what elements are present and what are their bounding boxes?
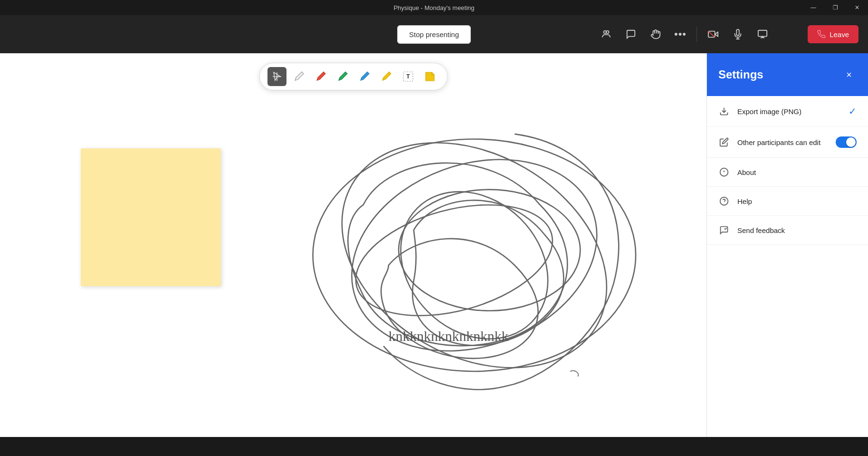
- export-icon: [718, 107, 730, 116]
- svg-point-1: [606, 31, 609, 34]
- white-pen-tool-button[interactable]: [289, 67, 308, 86]
- other-participants-toggle[interactable]: [836, 136, 857, 148]
- sticky-note-tool-button[interactable]: [420, 67, 439, 86]
- svg-text:T: T: [406, 73, 410, 80]
- select-tool-button[interactable]: [267, 67, 286, 86]
- window-title: Physique - Monday's meeting: [393, 4, 474, 11]
- canvas-area[interactable]: T: [0, 53, 706, 437]
- bottom-bar: [0, 437, 868, 456]
- other-participants-label: Other participants can edit: [737, 138, 828, 146]
- camera-icon-button[interactable]: [703, 24, 724, 45]
- settings-panel: Settings × Export image (PNG) ✓: [706, 53, 868, 437]
- minimize-button[interactable]: —: [802, 0, 824, 15]
- feedback-label: Send feedback: [737, 226, 857, 234]
- maximize-button[interactable]: ❐: [824, 0, 846, 15]
- chat-icon-button[interactable]: [620, 24, 641, 45]
- text-tool-button[interactable]: T: [399, 67, 418, 86]
- export-checkmark: ✓: [849, 106, 857, 117]
- top-toolbar: Stop presenting •••: [0, 15, 868, 53]
- svg-line-4: [708, 31, 715, 38]
- settings-title: Settings: [718, 68, 763, 81]
- svg-text:knkknknknknknknkk: knkknknknknknknkk: [389, 329, 509, 344]
- blue-pen-tool-button[interactable]: [355, 67, 374, 86]
- export-label: Export image (PNG): [737, 107, 841, 116]
- settings-item-feedback[interactable]: Send feedback: [707, 216, 868, 245]
- leave-button[interactable]: Leave: [808, 25, 858, 43]
- svg-point-21: [399, 190, 580, 311]
- settings-header: Settings ×: [707, 53, 868, 96]
- about-label: About: [737, 168, 857, 176]
- svg-marker-2: [715, 32, 718, 36]
- window-controls: — ❐ ✕: [802, 0, 868, 15]
- stop-presenting-button[interactable]: Stop presenting: [397, 25, 471, 44]
- feedback-icon: [718, 225, 730, 235]
- green-pen-tool-button[interactable]: [333, 67, 352, 86]
- drawing-toolbar: T: [259, 63, 448, 90]
- participants-icon-button[interactable]: [596, 24, 617, 45]
- svg-rect-7: [758, 30, 767, 37]
- settings-item-export[interactable]: Export image (PNG) ✓: [707, 96, 868, 127]
- settings-close-button[interactable]: ×: [841, 67, 857, 82]
- drawing-canvas[interactable]: knkknknknknknknkk: [0, 53, 706, 437]
- help-icon: [718, 196, 730, 206]
- settings-item-other-participants[interactable]: Other participants can edit: [707, 127, 868, 158]
- close-button[interactable]: ✕: [846, 0, 868, 15]
- info-icon: [718, 167, 730, 177]
- help-label: Help: [737, 197, 857, 205]
- leave-label: Leave: [830, 30, 849, 39]
- mic-icon-button[interactable]: [727, 24, 748, 45]
- toolbar-icons: •••: [596, 24, 773, 45]
- red-pen-tool-button[interactable]: [311, 67, 330, 86]
- title-bar: Physique - Monday's meeting — ❐ ✕: [0, 0, 868, 15]
- highlighter-tool-button[interactable]: [377, 67, 396, 86]
- share-screen-button[interactable]: [752, 24, 773, 45]
- more-options-button[interactable]: •••: [670, 24, 691, 45]
- edit-icon: [718, 137, 730, 147]
- raise-hand-icon-button[interactable]: [645, 24, 666, 45]
- main-content: T: [0, 53, 868, 437]
- svg-point-23: [343, 185, 564, 335]
- settings-item-help[interactable]: Help: [707, 187, 868, 216]
- settings-item-about[interactable]: About: [707, 158, 868, 187]
- svg-point-19: [302, 97, 647, 413]
